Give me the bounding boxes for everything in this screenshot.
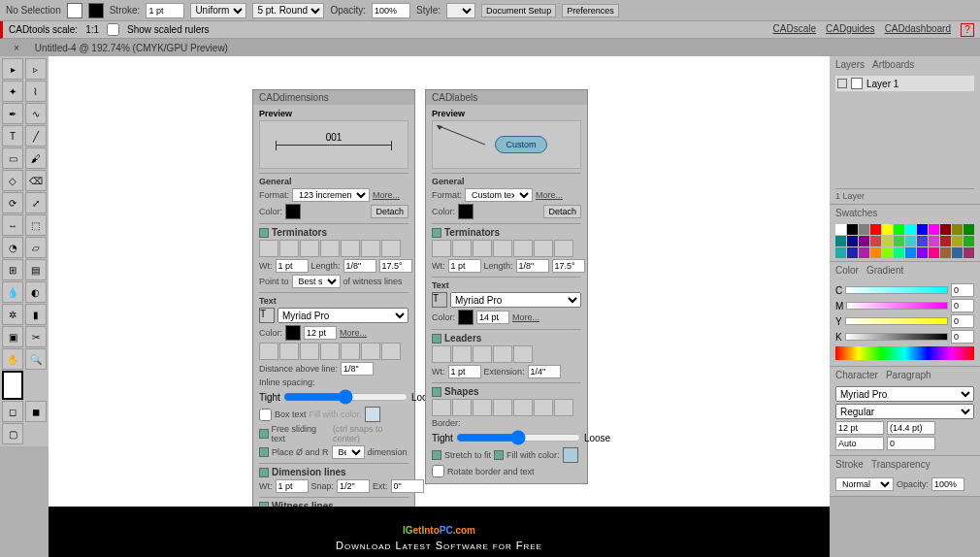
- angle-input[interactable]: [379, 259, 412, 273]
- tab-paragraph[interactable]: Paragraph: [886, 370, 931, 380]
- stroke-profile-select[interactable]: Uniform: [190, 3, 246, 18]
- magic-wand-tool[interactable]: ✦: [2, 81, 23, 102]
- tab-layers[interactable]: Layers: [835, 59, 865, 70]
- style-select[interactable]: [446, 3, 475, 18]
- eyedropper-tool[interactable]: 💧: [2, 281, 23, 303]
- terminator-style[interactable]: [279, 240, 299, 257]
- shape-style[interactable]: [432, 399, 451, 416]
- opacity-input[interactable]: [372, 3, 410, 18]
- tab-stroke[interactable]: Stroke: [835, 459, 864, 470]
- shape-style[interactable]: [513, 399, 533, 416]
- shape-style[interactable]: [534, 399, 553, 416]
- font-size-input[interactable]: [835, 421, 884, 435]
- swatch[interactable]: [894, 236, 904, 246]
- text-color-swatch[interactable]: [285, 325, 301, 341]
- shape-style[interactable]: [554, 399, 573, 416]
- more-link[interactable]: More...: [373, 190, 400, 200]
- tab-close-icon[interactable]: ×: [6, 41, 27, 55]
- brush-select[interactable]: 5 pt. Round: [252, 3, 324, 18]
- terminator-style[interactable]: [554, 240, 573, 257]
- preferences-button[interactable]: Preferences: [562, 4, 619, 17]
- magenta-input[interactable]: [951, 299, 974, 312]
- black-slider[interactable]: [845, 333, 948, 341]
- wt-input[interactable]: [276, 259, 309, 273]
- swatch[interactable]: [952, 236, 963, 246]
- terminators-checkbox[interactable]: [259, 228, 269, 238]
- swatch[interactable]: [929, 236, 939, 246]
- snap-input[interactable]: [337, 479, 370, 493]
- fill-checkbox[interactable]: [494, 450, 504, 460]
- column-graph-tool[interactable]: ▮: [25, 304, 47, 325]
- format-select[interactable]: Custom text: [465, 188, 533, 202]
- terminator-style[interactable]: [473, 240, 492, 257]
- terminators-checkbox[interactable]: [432, 228, 441, 238]
- terminator-style[interactable]: [452, 240, 472, 257]
- blend-tool[interactable]: ◐: [25, 281, 47, 303]
- tab-character[interactable]: Character: [835, 370, 878, 380]
- wt-input[interactable]: [448, 259, 481, 273]
- width-tool[interactable]: ↔: [2, 214, 23, 236]
- leader-style[interactable]: [493, 345, 512, 363]
- text-pos[interactable]: [300, 343, 319, 360]
- direct-selection-tool[interactable]: ▹: [25, 58, 47, 80]
- fill-swatch[interactable]: [365, 407, 380, 422]
- eraser-tool[interactable]: ⌫: [25, 170, 47, 191]
- swatch[interactable]: [940, 236, 951, 246]
- place-select[interactable]: Before: [332, 445, 365, 459]
- spacing-slider[interactable]: [283, 389, 408, 405]
- swatch[interactable]: [940, 224, 951, 235]
- leader-style[interactable]: [513, 345, 533, 363]
- swatch[interactable]: [870, 247, 881, 258]
- document-tab[interactable]: Untitled-4 @ 192.74% (CMYK/GPU Preview): [27, 41, 236, 55]
- screen-mode[interactable]: ▢: [2, 423, 23, 444]
- font-style-select[interactable]: Regular: [835, 404, 974, 419]
- text-pos[interactable]: [361, 343, 380, 360]
- swatch[interactable]: [917, 247, 928, 258]
- ext-input[interactable]: [391, 479, 424, 493]
- symbol-sprayer-tool[interactable]: ✲: [2, 304, 23, 325]
- font-size-input[interactable]: [476, 311, 509, 324]
- shape-style[interactable]: [493, 399, 512, 416]
- tracking-input[interactable]: [887, 437, 935, 450]
- extension-input[interactable]: [528, 365, 561, 378]
- text-pos[interactable]: [341, 343, 360, 360]
- text-pos[interactable]: [259, 343, 278, 360]
- line-tool[interactable]: ╱: [25, 125, 47, 147]
- detach-button[interactable]: Detach: [371, 205, 408, 218]
- swatch[interactable]: [952, 247, 963, 258]
- stroke-weight-input[interactable]: [146, 3, 184, 18]
- tab-swatches[interactable]: Swatches: [835, 208, 877, 218]
- leader-style[interactable]: [432, 345, 451, 363]
- swatch[interactable]: [882, 247, 893, 258]
- black-input[interactable]: [951, 330, 974, 344]
- show-rulers-checkbox[interactable]: [107, 23, 119, 36]
- free-slide-checkbox[interactable]: [259, 429, 269, 439]
- shapes-checkbox[interactable]: [432, 387, 441, 397]
- blend-mode-select[interactable]: Normal: [835, 477, 894, 491]
- angle-input[interactable]: [552, 259, 585, 273]
- zoom-tool[interactable]: 🔍: [25, 348, 47, 370]
- swatch[interactable]: [882, 236, 893, 246]
- border-slider[interactable]: [456, 430, 581, 445]
- mesh-tool[interactable]: ⊞: [2, 259, 23, 280]
- leader-style[interactable]: [473, 345, 492, 363]
- shape-style[interactable]: [473, 399, 492, 416]
- curvature-tool[interactable]: ∿: [25, 103, 47, 124]
- terminator-style[interactable]: [513, 240, 533, 257]
- kerning-input[interactable]: [835, 437, 884, 450]
- draw-mode-behind[interactable]: ◼: [25, 401, 47, 422]
- text-pos[interactable]: [381, 343, 401, 360]
- tab-artboards[interactable]: Artboards: [872, 59, 914, 70]
- cyan-input[interactable]: [951, 283, 974, 297]
- font-select[interactable]: Myriad Pro: [278, 308, 408, 323]
- artboard-tool[interactable]: ▣: [2, 326, 23, 347]
- font-select[interactable]: Myriad Pro: [450, 292, 581, 308]
- swatch[interactable]: [964, 247, 974, 258]
- gradient-tool[interactable]: ▤: [25, 259, 47, 280]
- swatch[interactable]: [859, 247, 869, 258]
- rectangle-tool[interactable]: ▭: [2, 147, 23, 169]
- lasso-tool[interactable]: ⌇: [25, 81, 47, 102]
- document-setup-button[interactable]: Document Setup: [481, 4, 556, 17]
- swatch[interactable]: [917, 236, 928, 246]
- stretch-checkbox[interactable]: [432, 450, 441, 460]
